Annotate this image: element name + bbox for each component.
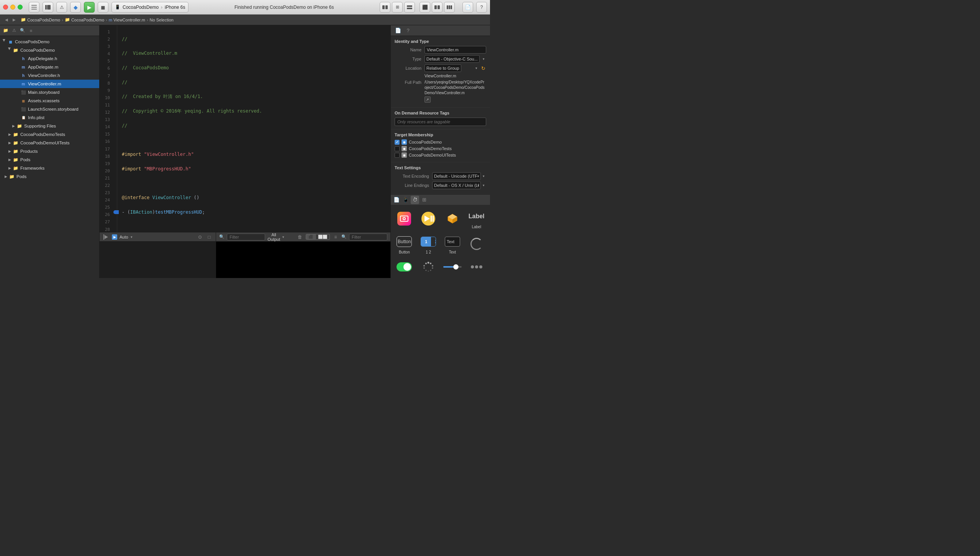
debug-btn-1[interactable]: ⊙	[197, 234, 203, 240]
debug-button[interactable]: ⬛	[420, 2, 430, 13]
sidebar-warning-btn[interactable]: ⚠	[11, 27, 18, 34]
sidebar-search-btn[interactable]: 🔍	[19, 27, 26, 34]
obj-item-circle[interactable]	[464, 232, 488, 257]
obj-item-media[interactable]	[416, 206, 441, 232]
obj-clock-icon[interactable]: ⏱	[411, 196, 419, 204]
obj-item-camera[interactable]	[392, 206, 416, 232]
breakpoint-button[interactable]: ◆	[70, 2, 81, 13]
quick-help-icon[interactable]: ?	[404, 26, 412, 35]
obj-item-textfield[interactable]: Text Text	[441, 232, 465, 257]
code-editor[interactable]: 12345 678910 1112131415 1617181920 21222…	[100, 25, 390, 232]
location-select[interactable]: Relative to Group	[424, 64, 461, 72]
fullpath-reveal-btn[interactable]: ↗	[424, 96, 431, 103]
seg-btn-1[interactable]: ⬛	[306, 234, 316, 240]
obj-item-toggle[interactable]	[392, 257, 416, 278]
version-button[interactable]	[444, 2, 455, 13]
layout-button-2[interactable]: ⊞	[392, 2, 403, 13]
sidebar-item-viewcontroller-m[interactable]: m ViewController.m	[0, 80, 99, 88]
obj-item-button[interactable]: Button Button	[392, 232, 416, 257]
minimize-button[interactable]	[10, 5, 15, 10]
sidebar-item-launch-storyboard[interactable]: ⬛ LaunchScreen.storyboard	[0, 105, 99, 113]
uitest-target-icon: ◼	[402, 152, 407, 158]
obj-grid-icon[interactable]: ⊞	[420, 196, 428, 204]
sidebar-item-main-storyboard[interactable]: ⬛ Main.storyboard	[0, 88, 99, 96]
label-widget-label: Label	[472, 225, 481, 229]
textfield-widget-label: Text	[449, 250, 456, 255]
breadcrumb-item-group[interactable]: 📁 CocoaPodsDemo	[65, 17, 104, 22]
file-inspector-button[interactable]: 📄	[462, 2, 473, 13]
filter-input-right[interactable]	[349, 234, 387, 240]
stop-button[interactable]: ◼	[98, 2, 108, 13]
obj-phone-icon[interactable]: 📱	[402, 196, 410, 204]
arrow-icon: ▶	[7, 141, 12, 145]
sidebar-toggle-button[interactable]	[29, 2, 39, 13]
sidebar-item-assets[interactable]: ◼ Assets.xcassets	[0, 96, 99, 105]
fullscreen-button[interactable]	[18, 5, 23, 10]
sidebar-item-pods[interactable]: ▶ 📁 Pods	[0, 155, 99, 164]
code-content[interactable]: // // ViewController.m // CocoaPodsDemo …	[117, 25, 390, 232]
sidebar-item-appdelegate-h[interactable]: h AppDelegate.h	[0, 54, 99, 63]
sidebar-filter-btn[interactable]: ≡	[28, 27, 34, 34]
sidebar-item-group[interactable]: ▶ 📁 CocoaPodsDemo	[0, 46, 99, 54]
type-select[interactable]: Default - Objective-C Sou...	[424, 55, 480, 63]
fullpath-label: Full Path	[395, 80, 421, 85]
obj-item-slider[interactable]	[441, 257, 465, 278]
sidebar-item-supporting-files[interactable]: ▶ 📁 Supporting Files	[0, 122, 99, 130]
output-view-seg[interactable]: ⬛ ⬜⬜	[306, 234, 330, 240]
obj-item-pagecontrol[interactable]	[464, 257, 488, 278]
obj-item-spinner[interactable]	[416, 257, 441, 278]
run-button[interactable]: ▶	[84, 2, 95, 13]
sidebar-item-uitests[interactable]: ▶ 📁 CocoaPodsDemoUITests	[0, 139, 99, 147]
file-inspector-icon[interactable]: 📄	[394, 26, 402, 35]
seg-btn-2[interactable]: ⬜⬜	[316, 234, 330, 240]
sidebar-item-viewcontroller-h[interactable]: h ViewController.h	[0, 71, 99, 80]
on-demand-section: On Demand Resource Tags	[391, 108, 490, 129]
obj-file-icon[interactable]: 📄	[392, 196, 401, 204]
sidebar-item-appdelegate-m[interactable]: m AppDelegate.m	[0, 63, 99, 71]
file-icon: m	[109, 18, 112, 22]
breadcrumb-item-selection[interactable]: No Selection	[150, 18, 174, 22]
sidebar-item-info-plist[interactable]: 📋 Info.plist	[0, 113, 99, 122]
filter-input-left[interactable]	[227, 234, 265, 240]
debug-btn-2[interactable]: □	[206, 234, 213, 240]
text-encoding-select[interactable]: Default - Unicode (UTF-8)	[432, 172, 481, 180]
sidebar-item-pods-2[interactable]: ▶ 📁 Pods	[0, 172, 99, 181]
breadcrumb-back[interactable]: ◀	[3, 16, 10, 23]
right-panel-toggle[interactable]: ≡	[332, 234, 339, 240]
membership-checkbox-main[interactable]	[395, 140, 400, 145]
svg-rect-7	[407, 5, 412, 7]
navigator-button[interactable]	[43, 2, 53, 13]
membership-checkbox-uitests[interactable]	[395, 153, 400, 158]
debug-toggle-btn[interactable]	[103, 234, 110, 240]
obj-item-label[interactable]: Label Label	[464, 206, 488, 232]
breadcrumb-item-project[interactable]: 📁 CocoaPodsDemo	[21, 17, 60, 22]
svg-rect-13	[451, 5, 452, 9]
obj-lib-icons: 📄 📱 ⏱ ⊞	[392, 196, 428, 204]
breadcrumb-item-file[interactable]: m ViewController.m	[109, 18, 145, 22]
name-input[interactable]	[424, 46, 486, 54]
sidebar-item-cocoaPodsDemo-root[interactable]: ▶ ◼ CocoaPodsDemo	[0, 38, 99, 46]
sidebar-folder-btn[interactable]: 📁	[2, 27, 9, 34]
sidebar-item-products[interactable]: ▶ 📁 Products	[0, 147, 99, 155]
clear-btn[interactable]: 🗑	[297, 234, 303, 240]
obj-item-segmented[interactable]: 1 2 1 2	[416, 232, 441, 257]
obj-item-cube[interactable]	[441, 206, 465, 232]
assistant-button[interactable]	[432, 2, 442, 13]
tags-input[interactable]	[395, 118, 486, 126]
device-label: iPhone 6s	[165, 5, 185, 10]
warning-button[interactable]: ⚠	[56, 2, 67, 13]
breadcrumb-forward[interactable]: ▶	[11, 16, 18, 23]
membership-checkbox-tests[interactable]	[395, 146, 400, 151]
membership-label-main: CocoaPodsDemo	[409, 140, 442, 144]
line-endings-select[interactable]: Default - OS X / Unix (LF)	[432, 182, 481, 189]
file-value: ViewController.m	[424, 74, 486, 78]
scheme-selector[interactable]: 📱 CocoaPodsDemo › iPhone 6s	[111, 2, 188, 13]
location-refresh-icon[interactable]: ↻	[480, 65, 486, 71]
quick-help-button[interactable]: ?	[476, 2, 487, 13]
debug-arrow-btn[interactable]: ▶	[112, 234, 117, 240]
sidebar-item-frameworks[interactable]: ▶ 📁 Frameworks	[0, 164, 99, 172]
sidebar-item-tests[interactable]: ▶ 📁 CocoaPodsDemoTests	[0, 130, 99, 139]
close-button[interactable]	[3, 5, 8, 10]
layout-button-3[interactable]	[404, 2, 415, 13]
layout-button-1[interactable]	[380, 2, 390, 13]
